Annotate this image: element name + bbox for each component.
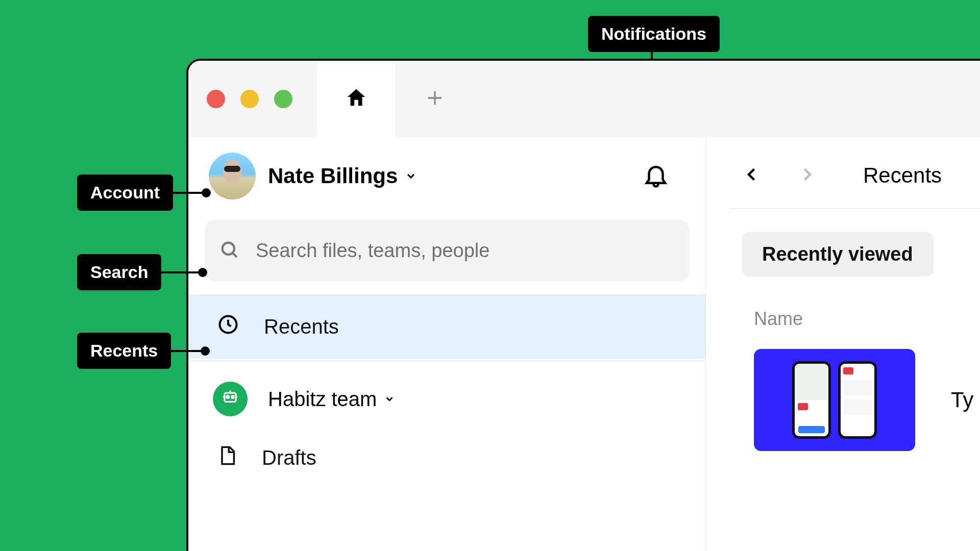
chevron-down-icon xyxy=(384,393,395,405)
team-avatar xyxy=(213,382,248,416)
home-icon xyxy=(345,86,368,112)
svg-point-0 xyxy=(223,243,234,255)
callout-account-label: Account xyxy=(90,183,160,203)
avatar xyxy=(209,153,256,199)
account-name-label: Nate Billings xyxy=(268,164,398,188)
sidebar-item-label: Drafts xyxy=(262,446,316,469)
window-close-icon[interactable] xyxy=(207,90,225,108)
titlebar xyxy=(188,61,980,137)
callout-account: Account xyxy=(77,174,173,211)
page-title: Recents xyxy=(863,163,942,188)
callout-search-label: Search xyxy=(90,262,148,282)
file-row[interactable]: Ty xyxy=(754,349,980,451)
chevron-down-icon xyxy=(405,170,417,182)
search-icon xyxy=(219,239,239,262)
main-panel: Recents Recently viewed Name Ty xyxy=(706,137,980,551)
plus-icon xyxy=(425,88,445,110)
file-icon xyxy=(217,444,237,472)
notifications-button[interactable] xyxy=(642,161,670,191)
filter-label: Recently viewed xyxy=(762,243,913,265)
callout-notifications-label: Notifications xyxy=(601,24,706,44)
app-window: Nate Billings xyxy=(186,59,980,551)
svg-point-3 xyxy=(227,395,229,398)
sidebar-item-drafts[interactable]: Drafts xyxy=(188,431,705,485)
team-name-label: Habitz team xyxy=(268,388,377,411)
file-thumbnail xyxy=(754,349,915,451)
bell-icon xyxy=(642,182,670,190)
window-zoom-icon[interactable] xyxy=(274,90,292,108)
robot-icon xyxy=(220,387,240,411)
account-menu[interactable]: Nate Billings xyxy=(188,137,705,215)
traffic-lights xyxy=(207,90,292,108)
sidebar-item-label: Recents xyxy=(264,315,339,338)
tab-home[interactable] xyxy=(317,61,396,137)
nav-forward-button[interactable] xyxy=(798,165,816,186)
search-placeholder: Search files, teams, people xyxy=(256,240,489,262)
nav-back-button[interactable] xyxy=(743,165,761,186)
sidebar-item-recents[interactable]: Recents xyxy=(188,294,705,359)
callout-recents: Recents xyxy=(77,333,171,369)
new-tab-button[interactable] xyxy=(396,61,474,137)
callout-notifications: Notifications xyxy=(588,16,720,52)
filter-recently-viewed[interactable]: Recently viewed xyxy=(742,232,934,277)
file-name: Ty xyxy=(951,388,973,412)
callout-search: Search xyxy=(77,254,161,290)
clock-icon xyxy=(217,313,239,340)
callout-recents-label: Recents xyxy=(90,341,158,361)
window-minimize-icon[interactable] xyxy=(240,90,259,108)
column-header-name: Name xyxy=(754,308,980,330)
search-input[interactable]: Search files, teams, people xyxy=(205,220,689,281)
svg-point-4 xyxy=(231,395,234,398)
sidebar: Nate Billings xyxy=(188,137,706,551)
team-menu[interactable]: Habitz team xyxy=(188,361,705,431)
